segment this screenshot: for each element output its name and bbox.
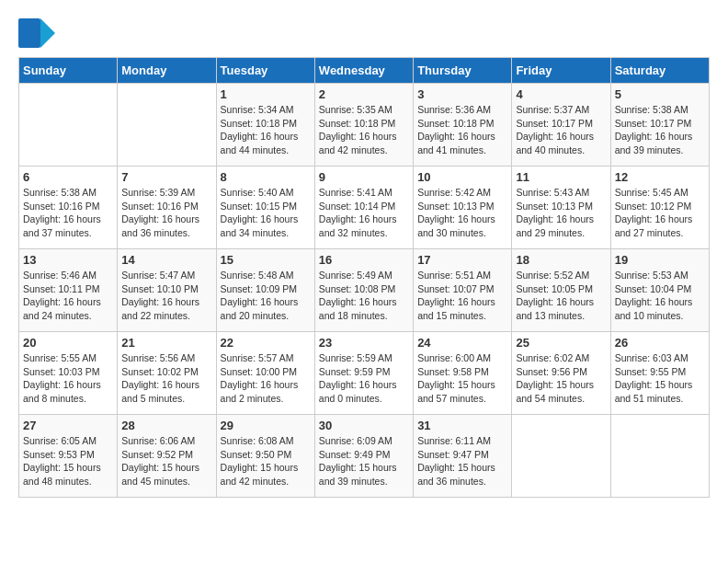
day-info: Sunrise: 6:09 AMSunset: 9:49 PMDaylight:… [319, 434, 409, 488]
calendar-table: SundayMondayTuesdayWednesdayThursdayFrid… [18, 57, 710, 498]
day-info: Sunrise: 5:38 AMSunset: 10:17 PMDaylight… [615, 103, 705, 157]
day-number: 8 [221, 170, 311, 184]
day-number: 16 [319, 253, 409, 267]
calendar-cell: 3Sunrise: 5:36 AMSunset: 10:18 PMDayligh… [414, 84, 512, 167]
day-number: 25 [516, 336, 606, 350]
day-info: Sunrise: 6:00 AMSunset: 9:58 PMDaylight:… [417, 351, 507, 406]
day-info: Sunrise: 5:53 AMSunset: 10:04 PMDaylight… [615, 269, 705, 323]
calendar-cell: 7Sunrise: 5:39 AMSunset: 10:16 PMDayligh… [118, 167, 216, 249]
day-number: 15 [221, 253, 311, 267]
day-number: 21 [121, 336, 211, 350]
calendar-cell: 20Sunrise: 5:55 AMSunset: 10:03 PMDaylig… [19, 332, 118, 415]
day-number: 18 [516, 253, 606, 267]
calendar-cell: 23Sunrise: 5:59 AMSunset: 9:59 PMDayligh… [314, 332, 413, 415]
logo-icon [18, 18, 55, 48]
day-number: 27 [23, 419, 113, 432]
day-number: 19 [615, 253, 705, 267]
day-number: 23 [319, 336, 409, 350]
day-info: Sunrise: 5:55 AMSunset: 10:03 PMDaylight… [23, 351, 113, 406]
weekday-header: Saturday [610, 58, 709, 84]
day-number: 10 [417, 170, 507, 184]
day-number: 14 [121, 253, 211, 267]
day-number: 31 [417, 419, 507, 432]
day-info: Sunrise: 5:51 AMSunset: 10:07 PMDaylight… [417, 269, 507, 323]
calendar-cell: 17Sunrise: 5:51 AMSunset: 10:07 PMDaylig… [414, 249, 512, 332]
calendar-cell [512, 415, 610, 498]
day-number: 20 [23, 336, 113, 350]
day-info: Sunrise: 5:59 AMSunset: 9:59 PMDaylight:… [319, 351, 409, 406]
weekday-header: Tuesday [216, 58, 314, 84]
day-info: Sunrise: 5:34 AMSunset: 10:18 PMDaylight… [221, 103, 311, 157]
day-number: 26 [615, 336, 705, 350]
day-number: 4 [516, 87, 606, 101]
day-info: Sunrise: 6:02 AMSunset: 9:56 PMDaylight:… [516, 351, 606, 406]
day-number: 3 [417, 87, 507, 101]
calendar-cell: 8Sunrise: 5:40 AMSunset: 10:15 PMDayligh… [216, 167, 314, 249]
day-number: 24 [417, 336, 507, 350]
day-info: Sunrise: 5:35 AMSunset: 10:18 PMDaylight… [319, 103, 409, 157]
calendar-cell: 15Sunrise: 5:48 AMSunset: 10:09 PMDaylig… [216, 249, 314, 332]
calendar-cell: 26Sunrise: 6:03 AMSunset: 9:55 PMDayligh… [610, 332, 709, 415]
day-info: Sunrise: 5:39 AMSunset: 10:16 PMDaylight… [121, 186, 211, 240]
day-info: Sunrise: 5:38 AMSunset: 10:16 PMDaylight… [23, 186, 113, 240]
day-info: Sunrise: 6:06 AMSunset: 9:52 PMDaylight:… [121, 434, 211, 488]
day-info: Sunrise: 5:41 AMSunset: 10:14 PMDaylight… [319, 186, 409, 240]
day-number: 11 [516, 170, 606, 184]
calendar-cell: 11Sunrise: 5:43 AMSunset: 10:13 PMDaylig… [512, 167, 610, 249]
calendar-cell: 19Sunrise: 5:53 AMSunset: 10:04 PMDaylig… [610, 249, 709, 332]
calendar-cell: 6Sunrise: 5:38 AMSunset: 10:16 PMDayligh… [19, 167, 118, 249]
day-number: 6 [23, 170, 113, 184]
calendar-cell: 30Sunrise: 6:09 AMSunset: 9:49 PMDayligh… [314, 415, 413, 498]
day-number: 17 [417, 253, 507, 267]
day-number: 30 [319, 419, 409, 432]
calendar-cell: 22Sunrise: 5:57 AMSunset: 10:00 PMDaylig… [216, 332, 314, 415]
day-info: Sunrise: 5:37 AMSunset: 10:17 PMDaylight… [516, 103, 606, 157]
day-number: 7 [121, 170, 211, 184]
day-info: Sunrise: 5:47 AMSunset: 10:10 PMDaylight… [121, 269, 211, 323]
day-info: Sunrise: 5:57 AMSunset: 10:00 PMDaylight… [221, 351, 311, 406]
weekday-header: Monday [118, 58, 216, 84]
calendar-cell: 24Sunrise: 6:00 AMSunset: 9:58 PMDayligh… [414, 332, 512, 415]
calendar-cell: 28Sunrise: 6:06 AMSunset: 9:52 PMDayligh… [118, 415, 216, 498]
day-info: Sunrise: 5:52 AMSunset: 10:05 PMDaylight… [516, 269, 606, 323]
weekday-header: Wednesday [314, 58, 413, 84]
page-header [18, 18, 710, 48]
logo [18, 18, 59, 48]
svg-marker-1 [40, 18, 55, 48]
calendar-cell: 18Sunrise: 5:52 AMSunset: 10:05 PMDaylig… [512, 249, 610, 332]
day-number: 9 [319, 170, 409, 184]
svg-rect-0 [18, 18, 40, 48]
calendar-cell: 21Sunrise: 5:56 AMSunset: 10:02 PMDaylig… [118, 332, 216, 415]
calendar-cell: 12Sunrise: 5:45 AMSunset: 10:12 PMDaylig… [610, 167, 709, 249]
day-info: Sunrise: 5:56 AMSunset: 10:02 PMDaylight… [121, 351, 211, 406]
day-number: 22 [221, 336, 311, 350]
calendar-cell: 4Sunrise: 5:37 AMSunset: 10:17 PMDayligh… [512, 84, 610, 167]
calendar-cell [19, 84, 118, 167]
calendar-cell: 1Sunrise: 5:34 AMSunset: 10:18 PMDayligh… [216, 84, 314, 167]
day-number: 2 [319, 87, 409, 101]
day-info: Sunrise: 5:46 AMSunset: 10:11 PMDaylight… [23, 269, 113, 323]
day-number: 1 [221, 87, 311, 101]
calendar-cell: 29Sunrise: 6:08 AMSunset: 9:50 PMDayligh… [216, 415, 314, 498]
calendar-cell: 14Sunrise: 5:47 AMSunset: 10:10 PMDaylig… [118, 249, 216, 332]
day-info: Sunrise: 5:45 AMSunset: 10:12 PMDaylight… [615, 186, 705, 240]
day-number: 29 [221, 419, 311, 432]
calendar-cell: 31Sunrise: 6:11 AMSunset: 9:47 PMDayligh… [414, 415, 512, 498]
day-info: Sunrise: 6:08 AMSunset: 9:50 PMDaylight:… [221, 434, 311, 488]
weekday-header: Sunday [19, 58, 118, 84]
calendar-cell: 16Sunrise: 5:49 AMSunset: 10:08 PMDaylig… [314, 249, 413, 332]
calendar-cell: 25Sunrise: 6:02 AMSunset: 9:56 PMDayligh… [512, 332, 610, 415]
calendar-cell: 2Sunrise: 5:35 AMSunset: 10:18 PMDayligh… [314, 84, 413, 167]
day-info: Sunrise: 5:49 AMSunset: 10:08 PMDaylight… [319, 269, 409, 323]
calendar-cell: 9Sunrise: 5:41 AMSunset: 10:14 PMDayligh… [314, 167, 413, 249]
day-number: 13 [23, 253, 113, 267]
weekday-header: Thursday [414, 58, 512, 84]
day-number: 12 [615, 170, 705, 184]
weekday-header: Friday [512, 58, 610, 84]
day-info: Sunrise: 5:43 AMSunset: 10:13 PMDaylight… [516, 186, 606, 240]
calendar-cell [610, 415, 709, 498]
day-number: 28 [121, 419, 211, 432]
calendar-cell: 13Sunrise: 5:46 AMSunset: 10:11 PMDaylig… [19, 249, 118, 332]
day-info: Sunrise: 5:42 AMSunset: 10:13 PMDaylight… [417, 186, 507, 240]
calendar-cell: 5Sunrise: 5:38 AMSunset: 10:17 PMDayligh… [610, 84, 709, 167]
